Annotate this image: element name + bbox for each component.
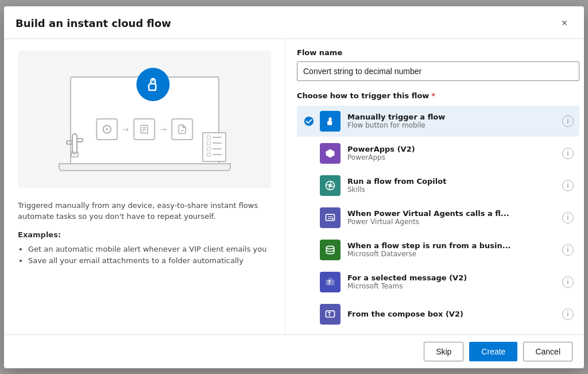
trigger-sub-manually: Flow button for mobile (347, 121, 562, 129)
trigger-icon-teams: T (320, 272, 341, 292)
touch-icon (136, 68, 169, 101)
check-empty-dataverse (303, 244, 315, 256)
trigger-sub-powerapps: PowerApps (347, 153, 562, 161)
trigger-name-copilot: Run a flow from Copilot (347, 177, 562, 186)
trigger-icon-copilot (320, 175, 341, 196)
flow-icon-3 (171, 118, 193, 140)
info-icon-compose[interactable]: i (562, 309, 574, 320)
trigger-text-compose: From the compose box (V2) (347, 310, 562, 318)
selected-check (303, 115, 315, 128)
svg-rect-16 (326, 214, 335, 221)
trigger-icon-manually (320, 111, 341, 132)
left-panel: → → (4, 39, 285, 334)
cancel-button[interactable]: Cancel (523, 342, 572, 361)
trigger-icon-compose: T (320, 304, 341, 325)
svg-point-11 (304, 116, 314, 125)
create-button[interactable]: Create (469, 342, 517, 361)
trigger-item-teams[interactable]: T For a selected message (V2) Microsoft … (297, 267, 579, 298)
trigger-sub-teams: Microsoft Teams (347, 282, 562, 290)
trigger-sub-copilot: Skills (347, 186, 562, 194)
check-empty-copilot (303, 179, 315, 192)
modal-body: → → (4, 39, 584, 334)
skip-button[interactable]: Skip (424, 342, 463, 361)
trigger-text-copilot: Run a flow from Copilot Skills (347, 177, 562, 194)
trigger-item-copilot[interactable]: Run a flow from Copilot Skills i (297, 170, 579, 201)
trigger-name-dataverse: When a flow step is run from a busin... (347, 241, 562, 250)
flow-name-input[interactable] (297, 61, 579, 81)
right-content: Flow name Choose how to trigger this flo… (285, 39, 584, 334)
modal-footer: Skip Create Cancel (4, 334, 584, 368)
trigger-text-powerapps: PowerApps (V2) PowerApps (347, 145, 562, 161)
check-empty-powerapps (303, 147, 315, 160)
trigger-item-pva[interactable]: When Power Virtual Agents calls a fl... … (297, 202, 579, 233)
info-icon-pva[interactable]: i (562, 212, 574, 223)
svg-text:T: T (328, 311, 331, 317)
check-empty-pva (303, 211, 315, 224)
right-panel: Flow name Choose how to trigger this flo… (285, 39, 584, 334)
trigger-item-powerapps[interactable]: PowerApps (V2) PowerApps i (297, 138, 579, 169)
trigger-label-text: Choose how to trigger this flow (297, 91, 429, 100)
flow-icon-2 (134, 118, 156, 140)
required-indicator: * (431, 91, 435, 100)
example-item-2: Save all your email attachments to a fol… (28, 255, 271, 267)
desk-cactus (63, 128, 86, 162)
svg-rect-7 (72, 134, 77, 154)
trigger-section-label: Choose how to trigger this flow * (297, 91, 579, 100)
trigger-text-manually: Manually trigger a flow Flow button for … (347, 113, 562, 129)
flow-icon-1 (96, 118, 118, 140)
trigger-sub-dataverse: Microsoft Dataverse (347, 250, 562, 258)
flow-arrow-2: → (160, 125, 167, 134)
trigger-icon-powerapps (320, 143, 341, 164)
trigger-text-teams: For a selected message (V2) Microsoft Te… (347, 273, 562, 290)
info-icon-powerapps[interactable]: i (562, 148, 574, 159)
laptop-base (59, 163, 231, 171)
flow-diagram: → → (96, 118, 193, 140)
trigger-icon-dataverse (320, 240, 341, 260)
trigger-icon-pva (320, 207, 341, 228)
info-icon-dataverse[interactable]: i (562, 244, 574, 256)
info-icon-manually[interactable]: i (562, 115, 574, 127)
description-text: Triggered manually from any device, easy… (18, 200, 271, 222)
trigger-list: Manually trigger a flow Flow button for … (297, 106, 579, 330)
example-item-1: Get an automatic mobile alert whenever a… (28, 244, 271, 256)
trigger-item-manually[interactable]: Manually trigger a flow Flow button for … (297, 106, 579, 137)
trigger-name-compose: From the compose box (V2) (347, 310, 562, 318)
flow-name-label: Flow name (297, 48, 579, 57)
check-empty-compose (303, 308, 315, 321)
info-icon-copilot[interactable]: i (562, 180, 574, 191)
modal-overlay: Build an instant cloud flow × (0, 0, 588, 374)
trigger-text-pva: When Power Virtual Agents calls a fl... … (347, 209, 562, 226)
trigger-name-pva: When Power Virtual Agents calls a fl... (347, 209, 562, 218)
examples-label: Examples: (18, 230, 271, 239)
modal: Build an instant cloud flow × (4, 6, 584, 368)
modal-title: Build an instant cloud flow (16, 17, 171, 29)
trigger-name-teams: For a selected message (V2) (347, 273, 562, 282)
trigger-name-manually: Manually trigger a flow (347, 113, 562, 121)
trigger-text-dataverse: When a flow step is run from a busin... … (347, 241, 562, 258)
svg-rect-9 (77, 138, 83, 142)
desk-checklist (202, 132, 226, 162)
trigger-item-compose[interactable]: T From the compose box (V2) i (297, 299, 579, 330)
svg-marker-2 (106, 128, 109, 131)
trigger-sub-pva: Power Virtual Agents (347, 218, 562, 226)
svg-rect-8 (67, 141, 72, 144)
trigger-name-powerapps: PowerApps (V2) (347, 145, 562, 153)
check-empty-teams (303, 276, 315, 288)
svg-text:T: T (328, 280, 331, 286)
close-button[interactable]: × (556, 16, 572, 32)
info-icon-teams[interactable]: i (562, 276, 574, 288)
trigger-item-dataverse[interactable]: When a flow step is run from a busin... … (297, 234, 579, 265)
modal-header: Build an instant cloud flow × (4, 6, 584, 39)
svg-point-18 (326, 246, 334, 249)
illustration: → → (18, 51, 271, 188)
illust-inner: → → (47, 62, 242, 177)
examples-list: Get an automatic mobile alert whenever a… (18, 244, 271, 268)
svg-point-17 (332, 218, 334, 219)
flow-arrow-1: → (122, 125, 129, 134)
